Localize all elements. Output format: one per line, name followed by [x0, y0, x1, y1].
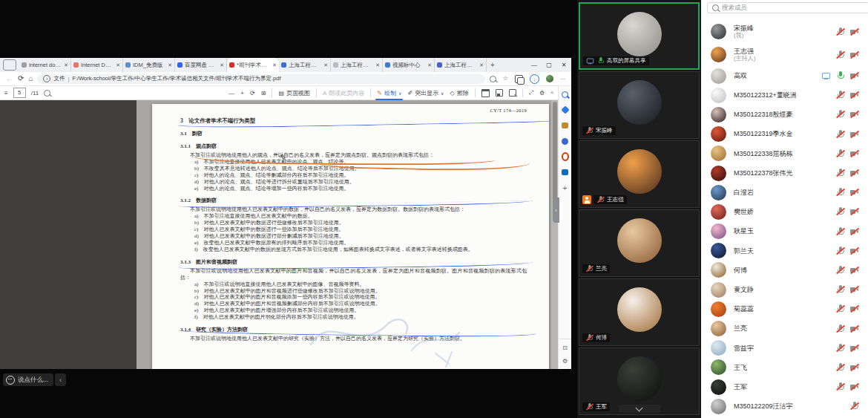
fit-width-button[interactable]: ⊞	[261, 90, 266, 97]
browser-tab[interactable]: Internet Down ✕	[71, 58, 123, 72]
mic-muted-icon[interactable]	[836, 91, 844, 99]
camera-off-icon[interactable]	[850, 266, 858, 275]
participant-row[interactable]: M350122319季水金	[701, 125, 868, 144]
participant-row[interactable]: 王飞	[701, 358, 868, 377]
video-tile[interactable]: 何博	[579, 278, 700, 346]
rotate-button[interactable]: ⟳	[250, 90, 255, 97]
video-tile[interactable]: 高双的屏幕共享	[579, 2, 700, 70]
mic-on-icon[interactable]	[836, 71, 844, 80]
office-icon[interactable]	[562, 153, 569, 160]
pdf-sidebar-toggle-icon[interactable]: ≡	[4, 90, 8, 97]
highlight-button[interactable]: ✐ 突出显示 ∨	[407, 89, 444, 97]
mic-muted-icon[interactable]	[836, 110, 844, 119]
save-icon[interactable]	[496, 89, 503, 97]
camera-off-icon[interactable]	[850, 91, 858, 99]
camera-off-icon[interactable]	[850, 110, 858, 119]
downloads-icon[interactable]: ↓	[530, 74, 539, 84]
zoom-search-icon[interactable]	[490, 76, 496, 82]
highlight-dropdown-icon[interactable]: ∨	[441, 91, 444, 96]
camera-off-icon[interactable]	[850, 324, 858, 333]
browser-tab[interactable]: 上海工程技术… ✕	[435, 58, 487, 72]
video-tile[interactable]: 宋振峰	[579, 71, 700, 139]
camera-off-icon[interactable]	[850, 169, 858, 177]
camera-off-icon[interactable]	[850, 149, 858, 158]
add-sidebar-icon[interactable]: +	[562, 184, 569, 192]
tab-close-icon[interactable]: ✕	[427, 62, 432, 68]
camera-off-icon[interactable]	[850, 227, 858, 236]
zoom-in-button[interactable]: +	[240, 90, 244, 97]
back-button[interactable]: ←	[6, 75, 13, 82]
participant-row[interactable]: M350122338屈杨栋	[701, 144, 868, 163]
tab-close-icon[interactable]: ✕	[168, 62, 172, 68]
participant-row[interactable]: 高双	[701, 66, 868, 85]
more-menu-icon[interactable]: ···	[560, 76, 565, 82]
mic-muted-icon[interactable]	[836, 304, 844, 313]
mic-muted-icon[interactable]	[836, 324, 844, 333]
camera-off-icon[interactable]	[850, 246, 858, 255]
window-minimize-button[interactable]: —	[527, 58, 542, 72]
chat-collapse-button[interactable]: ‹	[55, 373, 66, 386]
camera-off-icon[interactable]	[850, 363, 858, 372]
fullscreen-icon[interactable]: ⤢	[529, 89, 533, 97]
camera-off-icon[interactable]	[850, 27, 858, 36]
sidebar-collapse-handle[interactable]: ›	[553, 197, 559, 223]
window-close-button[interactable]: ✕	[556, 58, 571, 72]
mic-muted-icon[interactable]	[850, 402, 858, 411]
mic-muted-icon[interactable]	[836, 188, 844, 197]
browser-tab[interactable]: *期刊学术不端… ✕	[227, 58, 279, 72]
browser-tab[interactable]: internet down ✕	[19, 58, 71, 72]
camera-off-icon[interactable]	[850, 285, 858, 294]
mic-muted-icon[interactable]	[836, 149, 844, 158]
camera-off-icon[interactable]	[850, 50, 858, 59]
participant-row[interactable]: M350122209汪洁宇	[701, 396, 868, 416]
people-icon[interactable]	[562, 137, 569, 145]
participant-row[interactable]: 兰亮	[701, 319, 868, 338]
zoom-out-button[interactable]: —	[228, 90, 234, 97]
search-members-input[interactable]: 搜索成员	[707, 2, 868, 13]
camera-off-icon[interactable]	[850, 188, 858, 197]
mic-muted-icon[interactable]	[836, 344, 844, 353]
participant-row[interactable]: 王军	[701, 377, 868, 396]
refresh-button[interactable]: ⟳	[18, 75, 24, 82]
read-aloud-button[interactable]: A 朗读此页内容	[323, 89, 364, 97]
print-icon[interactable]	[481, 89, 490, 97]
pdf-settings-icon[interactable]: ⚙	[539, 90, 545, 97]
toolbar-collapse-icon[interactable]: ^	[550, 90, 553, 97]
video-tile[interactable]: 王志强	[579, 140, 700, 208]
participant-row[interactable]: 耿星玉	[701, 222, 868, 241]
tab-close-icon[interactable]: ✕	[479, 62, 484, 68]
sidebar-settings-icon[interactable]: ⚙	[562, 357, 569, 365]
participant-row[interactable]: 雷益宇	[701, 339, 868, 358]
sidebar-search-icon[interactable]	[562, 91, 569, 98]
collapse-videos-button[interactable]	[619, 405, 660, 413]
participant-row[interactable]: 郭兰天	[701, 241, 868, 261]
tab-close-icon[interactable]: ✕	[323, 62, 328, 68]
browser-tab[interactable]: 上海工程技术… ✕	[279, 58, 331, 72]
browser-tab[interactable]: 视频标中心 ✕	[383, 58, 435, 72]
participant-row[interactable]: 何博	[701, 261, 868, 280]
shopping-icon[interactable]	[562, 106, 569, 114]
chat-input[interactable]: 说点什么...	[3, 373, 53, 386]
favorites-add-icon[interactable]: ☆	[503, 76, 508, 82]
participant-row[interactable]: 王志强 (主持人)	[701, 43, 868, 66]
camera-off-icon[interactable]	[850, 304, 858, 313]
participant-row[interactable]: 黄文静	[701, 280, 868, 299]
mic-muted-icon[interactable]	[836, 50, 844, 59]
home-button[interactable]: ⌂	[28, 75, 33, 82]
mic-muted-icon[interactable]	[836, 382, 844, 391]
camera-off-icon[interactable]	[850, 382, 858, 391]
mic-muted-icon[interactable]	[836, 246, 844, 255]
mic-muted-icon[interactable]	[836, 363, 844, 372]
browser-tab[interactable]: 上海工程技术… ✕	[331, 58, 383, 72]
collections-icon[interactable]	[515, 75, 523, 83]
pdf-scrollbar-thumb[interactable]	[553, 102, 557, 213]
page-number-input[interactable]: 5	[13, 88, 26, 98]
tab-close-icon[interactable]: ✕	[220, 62, 224, 68]
address-bar[interactable]: i 文件 | F:/Work-school/学生工作/中心学生工作/学术诚信相关…	[37, 74, 484, 84]
camera-off-icon[interactable]	[850, 207, 858, 216]
participant-row[interactable]: 菊蕊蕊	[701, 299, 868, 319]
new-tab-button[interactable]: +	[487, 61, 499, 69]
mic-muted-icon[interactable]	[836, 130, 844, 139]
draw-button[interactable]: ✎ 绘制 ∨	[377, 89, 401, 97]
camera-off-icon[interactable]	[850, 344, 858, 353]
